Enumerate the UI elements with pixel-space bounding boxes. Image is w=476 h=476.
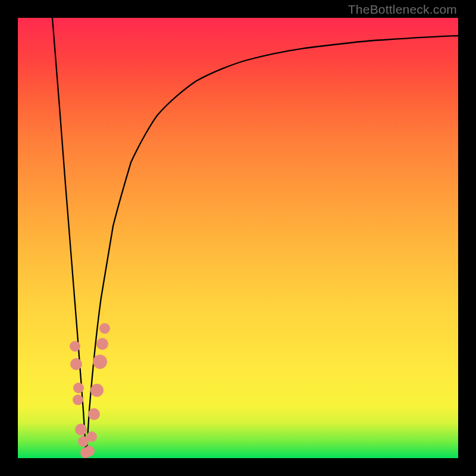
curve-layer — [18, 18, 458, 458]
svg-point-13 — [99, 323, 110, 334]
svg-point-1 — [70, 358, 82, 370]
svg-point-11 — [93, 355, 107, 369]
plot-area — [18, 18, 458, 458]
svg-point-3 — [73, 394, 83, 405]
svg-point-2 — [73, 383, 84, 393]
svg-point-8 — [86, 431, 97, 442]
svg-point-9 — [88, 408, 100, 420]
svg-point-0 — [70, 341, 80, 352]
chart-frame: TheBottleneck.com — [0, 0, 476, 476]
svg-point-12 — [96, 338, 108, 350]
watermark-text: TheBottleneck.com — [348, 2, 457, 17]
svg-point-7 — [84, 446, 95, 456]
highlight-dots — [70, 323, 110, 458]
svg-point-10 — [90, 384, 104, 397]
bottleneck-curve — [52, 18, 458, 458]
svg-point-4 — [75, 424, 87, 436]
